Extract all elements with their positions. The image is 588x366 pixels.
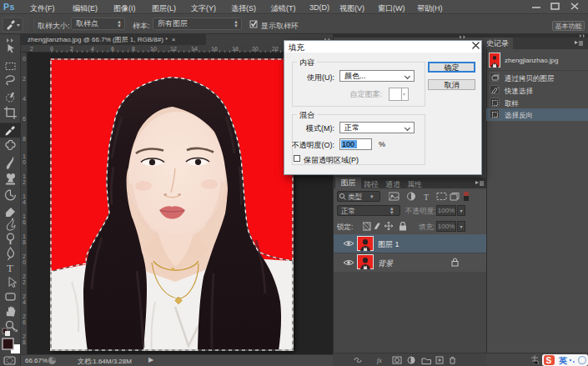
- svg-text:T: T: [424, 193, 429, 202]
- svg-text:2: 2: [23, 293, 26, 299]
- svg-text:4: 4: [23, 199, 26, 205]
- svg-text:2: 2: [30, 46, 33, 52]
- svg-text:8: 8: [23, 239, 26, 245]
- svg-text:1: 1: [23, 193, 26, 199]
- svg-text:6: 6: [23, 319, 26, 325]
- svg-text:fx: fx: [377, 357, 382, 364]
- svg-text:英: 英: [558, 356, 568, 365]
- svg-text:T: T: [7, 262, 13, 274]
- svg-text:0: 0: [23, 159, 26, 165]
- svg-text:0: 0: [23, 259, 26, 265]
- svg-text:6: 6: [23, 219, 26, 225]
- svg-text:0: 0: [23, 56, 26, 62]
- svg-text:1: 1: [23, 233, 26, 239]
- svg-text:6: 6: [23, 116, 26, 122]
- svg-text:4: 4: [23, 96, 26, 102]
- svg-text:S: S: [546, 356, 552, 365]
- svg-text:8: 8: [23, 136, 26, 142]
- svg-text:1: 1: [23, 153, 26, 159]
- svg-text:2: 2: [23, 273, 26, 279]
- svg-text:8: 8: [23, 339, 26, 345]
- svg-text:1: 1: [23, 173, 26, 179]
- svg-text:2: 2: [23, 279, 26, 285]
- svg-text:1: 1: [23, 213, 26, 219]
- svg-text:2: 2: [23, 179, 26, 185]
- svg-text:2: 2: [23, 253, 26, 259]
- svg-text:2: 2: [23, 333, 26, 339]
- svg-text:4: 4: [23, 299, 26, 305]
- svg-text:2: 2: [23, 313, 26, 319]
- svg-text:2: 2: [23, 76, 26, 82]
